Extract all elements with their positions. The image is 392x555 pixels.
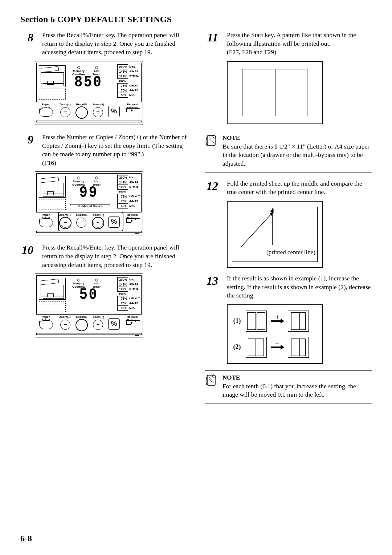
control-panel: Memory Overflow Add Toner 850 Number of … bbox=[35, 61, 143, 125]
reduce-enlarge-icon bbox=[126, 108, 131, 112]
panel-diagram-8: Memory Overflow Add Toner 850 Number of … bbox=[35, 61, 187, 125]
bypass-tray-icon bbox=[39, 89, 66, 100]
step-text: Press the Start key. A pattern like that… bbox=[227, 31, 372, 57]
example-1-label: (1) bbox=[233, 317, 241, 325]
recall-label: Recall% bbox=[75, 103, 89, 106]
cassette-icon bbox=[39, 176, 66, 198]
reduce-enlarge-button bbox=[126, 108, 140, 109]
paper-select-button bbox=[39, 218, 53, 227]
step-12: 12 Fold the printed sheet up the middle … bbox=[205, 179, 372, 197]
step-number: 12 bbox=[205, 179, 218, 197]
ratio-list: 200%Max. 141%A5▸A4 129%STMT▸ 100% 78%LGL… bbox=[117, 277, 140, 310]
paper-select-button bbox=[39, 108, 53, 117]
num-copies-label: Number of Copies bbox=[70, 204, 110, 210]
zoom-minus-label: Zoom(–) bbox=[59, 103, 71, 106]
svg-rect-3 bbox=[207, 375, 215, 385]
paper-select-button bbox=[39, 320, 53, 329]
fold-illustration: (printed center line) bbox=[227, 201, 323, 268]
step-text: Fold the printed sheet up the middle and… bbox=[227, 179, 372, 197]
note-body: Be sure that there is 8 1/2" × 11" (Lett… bbox=[222, 142, 372, 168]
digit-display: 99 bbox=[69, 183, 109, 202]
ratio-list: 200%Max. 141%A5▸A4 129%STMT▸ 100% 78%LGL… bbox=[117, 175, 140, 208]
two-column-layout: 8 Press the Recall%/Enter key. The opera… bbox=[20, 31, 372, 410]
zoom-plus-button: + bbox=[93, 320, 103, 330]
panel-diagram-9: Memory Overflow Add Toner 99 Number of C… bbox=[35, 171, 187, 235]
svg-rect-0 bbox=[207, 135, 215, 146]
adjust-illustration: (1) + (2) – bbox=[227, 304, 323, 364]
note-label: NOTE bbox=[222, 374, 372, 382]
reduce-enlarge-icon bbox=[126, 219, 131, 223]
step-text: If the result is as shown in example (1)… bbox=[227, 274, 372, 300]
step-number: 10 bbox=[20, 243, 33, 269]
cassette-icon bbox=[39, 278, 66, 300]
bypass-tray-icon bbox=[39, 199, 66, 210]
panel-diagram-10: Memory Overflow Add Toner 50 Number of C… bbox=[35, 274, 187, 337]
arrow-right-icon bbox=[271, 347, 283, 348]
recall-label: Recall% bbox=[75, 315, 89, 319]
right-column: 11 Press the Start key. A pattern like t… bbox=[205, 31, 372, 410]
arrow-right-icon bbox=[271, 320, 283, 322]
zoom-minus-button: – bbox=[60, 320, 70, 330]
example-2-before-icon bbox=[246, 337, 267, 358]
step-text: Press the Number of Copies / Zoom(+) or … bbox=[42, 133, 187, 167]
panel-strip bbox=[36, 333, 142, 335]
reduce-enlarge-button bbox=[126, 320, 140, 321]
step-11: 11 Press the Start key. A pattern like t… bbox=[205, 31, 372, 57]
note-block: NOTE For each tenth (0.1) that you incre… bbox=[205, 370, 372, 404]
percent-button: % bbox=[108, 318, 120, 330]
cassette-icon bbox=[39, 65, 66, 87]
digit-display: 50 bbox=[69, 285, 109, 304]
step-text: Press the Recall%/Enter key. The operati… bbox=[42, 243, 187, 269]
percent-button: % bbox=[108, 106, 120, 117]
note-icon bbox=[205, 134, 217, 168]
page-number: 6-8 bbox=[20, 534, 32, 543]
step-number: 13 bbox=[205, 274, 218, 300]
step-number: 9 bbox=[20, 133, 33, 167]
step-10: 10 Press the Recall%/Enter key. The oper… bbox=[20, 243, 187, 269]
note-icon bbox=[205, 374, 217, 399]
reduce-enlarge-icon bbox=[126, 321, 131, 325]
step-number: 11 bbox=[205, 31, 218, 57]
note-block: NOTE Be sure that there is 8 1/2" × 11" … bbox=[205, 131, 372, 173]
panel-strip bbox=[36, 231, 142, 233]
note-label: NOTE bbox=[222, 134, 372, 142]
section-title: Section 6 COPY DEFAULT SETTINGS bbox=[20, 15, 372, 24]
zoom-plus-button: + bbox=[93, 107, 103, 117]
note-body: For each tenth (0.1) that you increase t… bbox=[222, 382, 372, 399]
step-text: Press the Recall%/Enter key. The operati… bbox=[42, 31, 187, 57]
step-number: 8 bbox=[20, 31, 33, 57]
left-column: 8 Press the Recall%/Enter key. The opera… bbox=[20, 31, 187, 410]
example-2-label: (2) bbox=[233, 343, 241, 351]
ratio-list: 200%Max. 141%A5▸A4 129%STMT▸ 100% 78%LGL… bbox=[117, 65, 140, 98]
example-1-before-icon bbox=[246, 311, 267, 332]
document-page: Section 6 COPY DEFAULT SETTINGS 8 Press … bbox=[0, 0, 392, 555]
panel-strip bbox=[36, 121, 142, 122]
bypass-tray-icon bbox=[39, 301, 66, 312]
digit-display: 850 bbox=[69, 73, 109, 92]
svg-line-1 bbox=[241, 212, 273, 247]
example-1-after-icon bbox=[288, 311, 309, 332]
step-13: 13 If the result is as shown in example … bbox=[205, 274, 372, 300]
zoom-minus-button: – bbox=[60, 107, 70, 117]
step-8: 8 Press the Recall%/Enter key. The opera… bbox=[20, 31, 187, 57]
printed-center-line-label: (printed center line) bbox=[266, 249, 315, 256]
control-panel: Memory Overflow Add Toner 50 Number of C… bbox=[35, 274, 143, 337]
zoom-plus-label: Zoom(+) bbox=[91, 315, 105, 319]
pattern-illustration bbox=[227, 61, 323, 124]
highlight-ring bbox=[75, 319, 88, 331]
zoom-plus-label: Zoom(+) bbox=[91, 103, 105, 106]
highlight-ring bbox=[75, 106, 88, 119]
control-panel: Memory Overflow Add Toner 99 Number of C… bbox=[35, 171, 143, 235]
step-9: 9 Press the Number of Copies / Zoom(+) o… bbox=[20, 133, 187, 167]
example-2-after-icon bbox=[288, 337, 309, 358]
zoom-minus-label: Zoom(–) bbox=[59, 315, 71, 319]
